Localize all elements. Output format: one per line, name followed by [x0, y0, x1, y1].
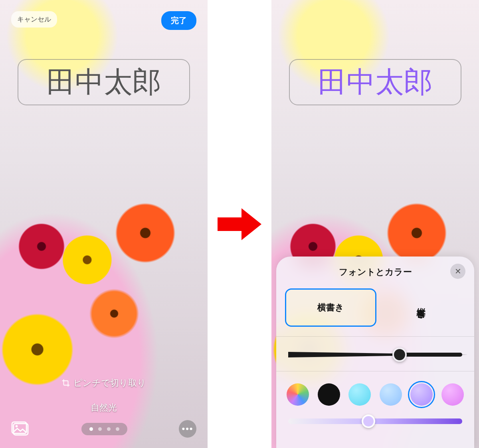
crop-hint: ピンチで切り取り [0, 377, 208, 389]
slider-track [288, 352, 462, 357]
slider-track [288, 418, 462, 424]
color-swatch-cyan[interactable] [348, 383, 371, 406]
contact-name-field[interactable]: 田中太郎 [18, 59, 190, 105]
close-button[interactable]: ✕ [450, 264, 465, 279]
page-dot [98, 427, 102, 431]
cancel-button[interactable]: キャンセル [11, 11, 57, 28]
done-button[interactable]: 完了 [161, 11, 196, 30]
bottom-toolbar: ••• [0, 420, 208, 438]
panel-title: フォントとカラー ✕ [276, 264, 474, 285]
svg-point-2 [16, 425, 18, 428]
color-swatch-purple[interactable] [410, 383, 433, 406]
close-icon: ✕ [455, 266, 461, 276]
font-color-panel: フォントとカラー ✕ 横書き 縦書き [276, 257, 474, 448]
color-swatch-pink[interactable] [441, 383, 464, 406]
svg-marker-3 [218, 208, 261, 240]
page-dot [116, 427, 119, 431]
gallery-icon[interactable] [11, 421, 30, 436]
separator [276, 336, 474, 337]
editor-screen-after: 田中太郎 フォントとカラー ✕ 横書き 縦書き [271, 0, 479, 448]
separator [276, 371, 474, 371]
page-indicator[interactable] [81, 423, 127, 435]
hue-slider[interactable] [276, 411, 474, 436]
color-swatch-row [276, 373, 474, 411]
editor-screen-before: キャンセル 完了 田中太郎 ピンチで切り取り 自然光 ••• [0, 0, 208, 448]
filter-label[interactable]: 自然光 [0, 402, 208, 414]
page-dot [89, 427, 93, 431]
more-button[interactable]: ••• [179, 420, 196, 438]
page-dot [107, 427, 111, 431]
contact-name-text: 田中太郎 [318, 63, 433, 101]
contact-name-field[interactable]: 田中太郎 [289, 59, 461, 105]
color-swatch-lightblue[interactable] [380, 383, 402, 406]
ellipsis-icon: ••• [182, 424, 193, 434]
arrow-icon [218, 206, 261, 242]
color-swatch-rainbow[interactable] [287, 383, 309, 406]
orientation-horizontal-button[interactable]: 横書き [285, 288, 376, 327]
slider-knob[interactable] [392, 347, 407, 362]
orientation-vertical-button[interactable]: 縦書き [376, 288, 465, 327]
orientation-row: 横書き 縦書き [276, 285, 474, 335]
color-swatch-black[interactable] [318, 383, 340, 406]
slider-knob[interactable] [362, 414, 375, 428]
crop-icon [61, 379, 70, 387]
font-weight-slider[interactable] [276, 338, 474, 369]
contact-name-text: 田中太郎 [46, 63, 161, 101]
